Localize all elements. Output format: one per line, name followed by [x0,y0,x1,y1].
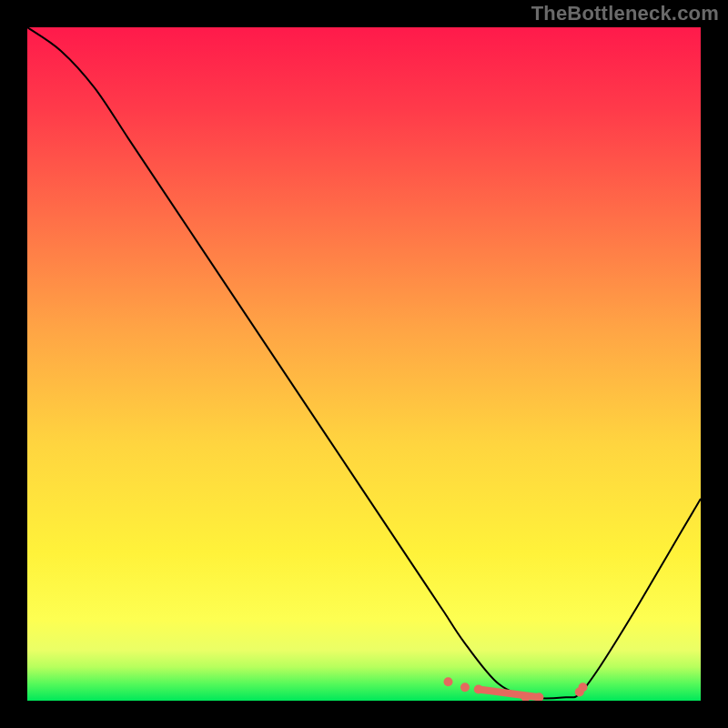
marker-dot [444,677,453,686]
marker-dot [579,682,588,692]
marker-dot [460,682,470,692]
line-series [27,27,701,699]
watermark-text: TheBottleneck.com [531,2,719,25]
marker-dot [474,684,483,693]
plot-area [27,27,701,701]
chart-frame: TheBottleneck.com [0,0,728,728]
chart-svg [27,27,701,701]
